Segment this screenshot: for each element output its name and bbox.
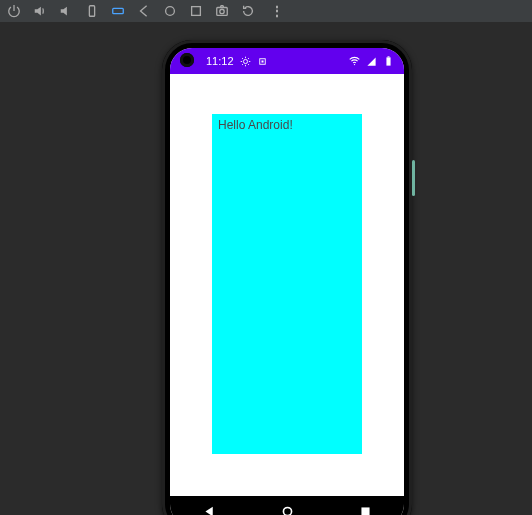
nav-recents-button[interactable] xyxy=(358,504,372,515)
svg-rect-10 xyxy=(386,57,390,65)
svg-point-6 xyxy=(243,59,247,63)
svg-rect-1 xyxy=(113,8,124,13)
nav-home-icon[interactable] xyxy=(162,3,178,19)
battery-icon xyxy=(383,56,394,67)
svg-rect-11 xyxy=(387,56,389,57)
svg-point-2 xyxy=(166,7,175,16)
nav-back-button[interactable] xyxy=(202,504,216,515)
clock-text: 11:12 xyxy=(206,55,234,67)
device-power-button[interactable] xyxy=(412,160,415,196)
reload-icon[interactable] xyxy=(240,3,256,19)
svg-point-12 xyxy=(283,507,291,515)
rotate-left-icon[interactable] xyxy=(84,3,100,19)
svg-point-5 xyxy=(220,9,224,13)
nav-overview-icon[interactable] xyxy=(188,3,204,19)
greeting-text: Hello Android! xyxy=(218,118,293,132)
camera-punch-hole xyxy=(180,53,194,67)
nav-back-icon[interactable] xyxy=(136,3,152,19)
device-frame: 11:12 Hello Android! xyxy=(162,40,412,515)
svg-rect-8 xyxy=(261,60,263,62)
settings-icon xyxy=(240,56,251,67)
rotate-right-icon[interactable] xyxy=(110,3,126,19)
emulator-stage: 11:12 Hello Android! xyxy=(0,22,532,515)
svg-rect-13 xyxy=(361,507,369,515)
app-content: Hello Android! xyxy=(170,74,404,496)
power-icon[interactable] xyxy=(6,3,22,19)
volume-down-icon[interactable] xyxy=(58,3,74,19)
device-screen: 11:12 Hello Android! xyxy=(170,48,404,515)
svg-rect-3 xyxy=(192,7,201,16)
status-right xyxy=(349,56,394,67)
memory-icon xyxy=(257,56,268,67)
system-nav-bar xyxy=(170,496,404,515)
wifi-icon xyxy=(349,56,360,67)
emulator-toolbar: ⋮ xyxy=(0,0,532,22)
status-left: 11:12 xyxy=(206,55,268,67)
more-icon[interactable]: ⋮ xyxy=(270,3,284,19)
svg-rect-0 xyxy=(89,6,94,17)
volume-up-icon[interactable] xyxy=(32,3,48,19)
svg-point-9 xyxy=(354,63,355,64)
nav-home-button[interactable] xyxy=(280,504,294,515)
status-bar: 11:12 xyxy=(170,48,404,74)
screenshot-icon[interactable] xyxy=(214,3,230,19)
signal-icon xyxy=(366,56,377,67)
greeting-box: Hello Android! xyxy=(212,114,362,454)
